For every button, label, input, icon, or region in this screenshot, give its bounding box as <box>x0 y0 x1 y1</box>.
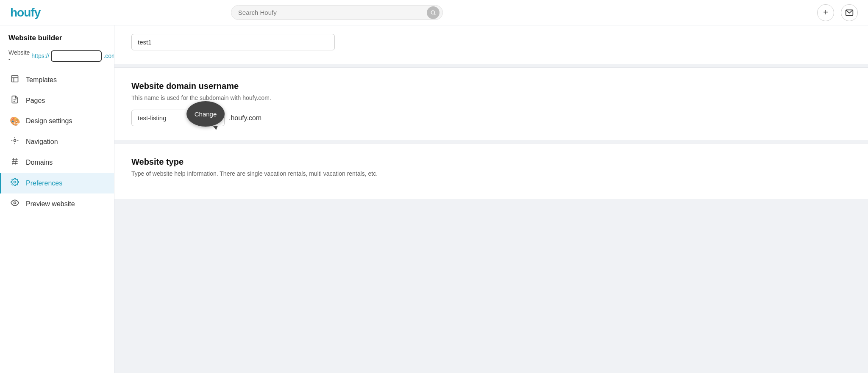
website-type-section: Website type Type of website help inform… <box>114 143 868 199</box>
sidebar-item-domains[interactable]: Domains <box>0 152 114 173</box>
search-input[interactable] <box>231 5 443 20</box>
domain-section-title: Website domain username <box>131 81 851 91</box>
mail-button[interactable] <box>841 4 858 21</box>
plus-icon: + <box>823 8 828 17</box>
website-link[interactable]: https:// <box>31 52 49 59</box>
pages-icon <box>10 95 20 106</box>
navigation-icon <box>10 136 20 147</box>
sidebar-item-pages[interactable]: Pages <box>0 90 114 111</box>
svg-point-15 <box>14 202 16 204</box>
templates-icon <box>10 75 20 85</box>
preferences-label: Preferences <box>26 180 62 187</box>
svg-point-14 <box>14 181 16 183</box>
domains-label: Domains <box>26 159 53 166</box>
website-link-suffix[interactable]: .com <box>103 52 114 59</box>
partial-input[interactable] <box>131 34 335 50</box>
header: houfy + <box>0 0 868 25</box>
design-icon: 🎨 <box>10 116 20 126</box>
sidebar-item-design[interactable]: 🎨 Design settings <box>0 111 114 131</box>
website-type-title: Website type <box>131 157 851 167</box>
design-label: Design settings <box>26 117 72 125</box>
domain-input-wrapper: Change <box>131 110 225 126</box>
mail-icon <box>845 8 854 17</box>
sidebar-item-preview[interactable]: Preview website <box>0 193 114 214</box>
partial-card <box>114 25 868 67</box>
svg-rect-3 <box>12 76 18 82</box>
change-button[interactable]: Change <box>186 101 225 127</box>
logo: houfy <box>10 6 40 19</box>
preview-label: Preview website <box>26 200 75 208</box>
pages-label: Pages <box>26 97 45 105</box>
website-link-row: Website - https:// .com <box>0 49 114 69</box>
preferences-icon <box>10 178 20 188</box>
search-icon-button[interactable] <box>427 6 440 19</box>
templates-label: Templates <box>26 76 57 84</box>
domain-section: Website domain username This name is use… <box>114 67 868 140</box>
website-type-desc: Type of website help information. There … <box>131 170 851 177</box>
website-label: Website - <box>8 49 30 63</box>
navigation-label: Navigation <box>26 138 58 146</box>
sidebar-section-title: Website builder <box>0 34 114 49</box>
domain-suffix: .houfy.com <box>229 114 262 122</box>
website-input[interactable] <box>51 50 102 62</box>
sidebar-item-templates[interactable]: Templates <box>0 69 114 90</box>
svg-point-8 <box>14 140 16 142</box>
domain-section-desc: This name is used for the subdomain with… <box>131 94 851 101</box>
header-actions: + <box>817 4 858 21</box>
main-layout: Website builder Website - https:// .com … <box>0 25 868 373</box>
search-icon <box>430 10 436 16</box>
sidebar-item-navigation[interactable]: Navigation <box>0 131 114 152</box>
preview-icon <box>10 199 20 209</box>
content-area: Website domain username This name is use… <box>114 25 868 373</box>
svg-point-0 <box>431 11 434 14</box>
search-bar <box>231 5 443 20</box>
svg-line-1 <box>434 14 436 15</box>
domains-icon <box>10 157 20 168</box>
sidebar-item-preferences[interactable]: Preferences <box>0 173 114 193</box>
sidebar: Website builder Website - https:// .com … <box>0 25 114 373</box>
add-button[interactable]: + <box>817 4 834 21</box>
domain-row: Change .houfy.com <box>131 110 851 126</box>
